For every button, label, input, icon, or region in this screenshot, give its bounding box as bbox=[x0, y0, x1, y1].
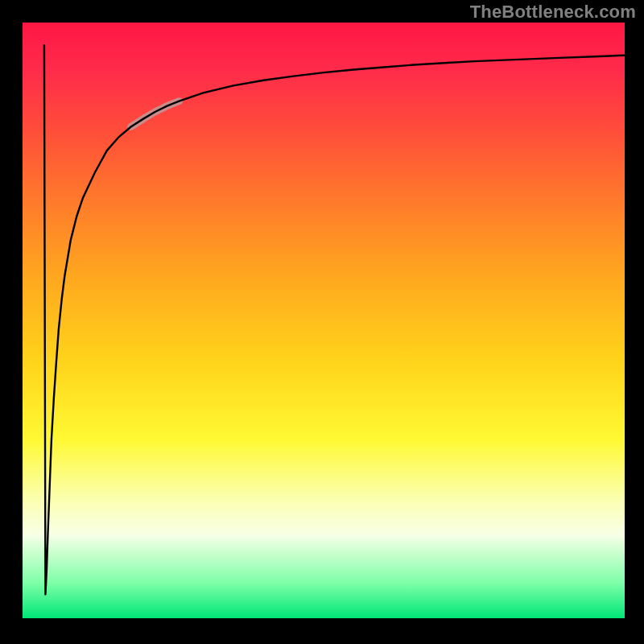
bottleneck-curve-path bbox=[44, 45, 625, 594]
curve-layer bbox=[0, 0, 644, 644]
watermark-text: TheBottleneck.com bbox=[470, 2, 636, 23]
chart-frame: TheBottleneck.com bbox=[0, 0, 644, 644]
bottleneck-curve bbox=[44, 45, 625, 594]
